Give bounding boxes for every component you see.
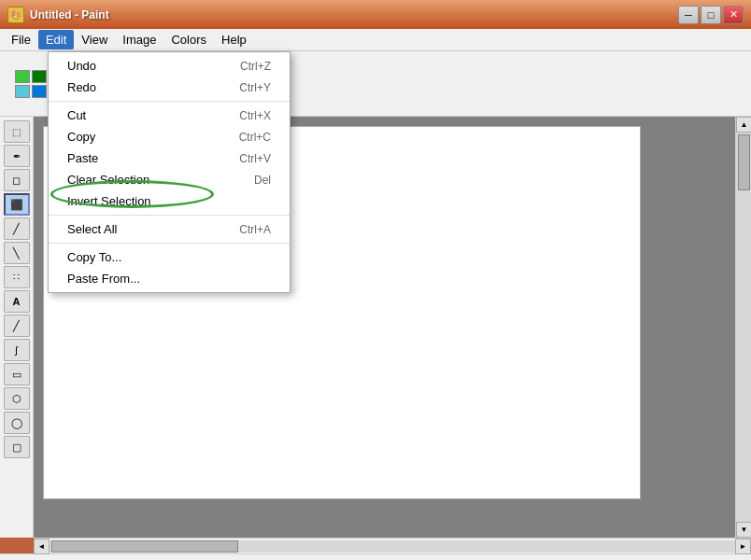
menu-item-invert-selection-label: Invert Selection bbox=[67, 194, 151, 208]
color-swatch[interactable] bbox=[15, 70, 30, 83]
menu-item-select-all[interactable]: Select All Ctrl+A bbox=[49, 218, 290, 240]
menu-item-invert-selection[interactable]: Invert Selection bbox=[49, 190, 290, 212]
menu-item-clear-selection[interactable]: Clear Selection Del bbox=[49, 169, 290, 190]
menu-item-cut-label: Cut bbox=[67, 108, 86, 122]
title-bar: 🎨 Untitled - Paint ─ □ ✕ bbox=[0, 0, 751, 29]
menu-colors[interactable]: Colors bbox=[163, 30, 214, 49]
tool-polygon[interactable]: ⬡ bbox=[4, 387, 30, 410]
status-bar bbox=[0, 553, 751, 560]
scroll-track-h[interactable] bbox=[50, 540, 735, 553]
window-title: Untitled - Paint bbox=[30, 8, 678, 21]
menu-item-cut[interactable]: Cut Ctrl+X bbox=[49, 105, 290, 126]
window-controls: ─ □ ✕ bbox=[678, 6, 744, 24]
menu-item-select-all-label: Select All bbox=[67, 222, 117, 236]
tool-rounded-rect[interactable]: ▢ bbox=[4, 436, 30, 458]
tool-brush[interactable]: ╲ bbox=[4, 242, 30, 264]
horizontal-scrollbar: ◄ ► bbox=[34, 538, 751, 553]
menu-item-undo[interactable]: Undo Ctrl+Z bbox=[49, 55, 290, 77]
minimize-button[interactable]: ─ bbox=[678, 6, 699, 24]
separator-2 bbox=[49, 215, 290, 216]
menu-item-cut-shortcut: Ctrl+X bbox=[239, 109, 271, 122]
menu-item-clear-selection-shortcut: Del bbox=[254, 174, 271, 187]
tool-curve[interactable]: ∫ bbox=[4, 339, 30, 361]
separator-1 bbox=[49, 101, 290, 102]
scroll-down-button[interactable]: ▼ bbox=[736, 522, 751, 538]
menu-item-undo-label: Undo bbox=[67, 59, 96, 73]
app-icon: 🎨 bbox=[7, 7, 24, 23]
menu-item-copy-label: Copy bbox=[67, 130, 95, 144]
menu-item-copy-to[interactable]: Copy To... bbox=[49, 246, 290, 268]
color-swatch[interactable] bbox=[32, 70, 47, 83]
menu-item-paste[interactable]: Paste Ctrl+V bbox=[49, 147, 290, 169]
menu-file[interactable]: File bbox=[4, 30, 38, 49]
tool-select[interactable]: ⬚ bbox=[4, 120, 30, 143]
menu-item-paste-from-label: Paste From... bbox=[67, 272, 140, 286]
menu-item-redo[interactable]: Redo Ctrl+Y bbox=[49, 77, 290, 98]
menu-item-clear-selection-label: Clear Selection bbox=[67, 173, 149, 187]
menu-item-copy-shortcut: Ctrl+C bbox=[239, 131, 271, 144]
menu-item-undo-shortcut: Ctrl+Z bbox=[240, 60, 271, 73]
menu-item-redo-shortcut: Ctrl+Y bbox=[239, 81, 271, 94]
menu-item-paste-shortcut: Ctrl+V bbox=[239, 152, 271, 165]
menu-item-copy[interactable]: Copy Ctrl+C bbox=[49, 126, 290, 147]
tool-rectangle[interactable]: ▭ bbox=[4, 363, 30, 385]
menu-item-paste-label: Paste bbox=[67, 151, 98, 165]
maximize-button[interactable]: □ bbox=[701, 6, 721, 24]
tool-eraser[interactable]: ◻ bbox=[4, 169, 30, 191]
menu-help[interactable]: Help bbox=[214, 30, 254, 49]
scroll-left-button[interactable]: ◄ bbox=[34, 539, 50, 554]
color-swatch[interactable] bbox=[32, 85, 47, 98]
scroll-up-button[interactable]: ▲ bbox=[736, 117, 751, 133]
tool-lasso[interactable]: ✒ bbox=[4, 145, 30, 167]
color-swatch[interactable] bbox=[15, 85, 30, 98]
vertical-scrollbar: ▲ ▼ bbox=[735, 117, 751, 538]
left-toolbar: ⬚ ✒ ◻ ⬛ ╱ ╲ ∷ A ╱ ∫ ▭ ⬡ ◯ ▢ bbox=[0, 117, 34, 538]
close-button[interactable]: ✕ bbox=[723, 6, 744, 24]
menu-view[interactable]: View bbox=[74, 30, 115, 49]
scroll-thumb-h[interactable] bbox=[51, 540, 238, 553]
menu-edit[interactable]: Edit bbox=[38, 30, 74, 49]
edit-dropdown-menu: Undo Ctrl+Z Redo Ctrl+Y Cut Ctrl+X Copy … bbox=[48, 51, 290, 293]
separator-3 bbox=[49, 243, 290, 244]
tool-text[interactable]: A bbox=[4, 290, 30, 313]
tool-ellipse[interactable]: ◯ bbox=[4, 412, 30, 434]
tool-fill[interactable]: ⬛ bbox=[4, 193, 30, 216]
tool-pencil[interactable]: ╱ bbox=[4, 217, 30, 240]
tool-spray[interactable]: ∷ bbox=[4, 266, 30, 288]
menu-item-copy-to-label: Copy To... bbox=[67, 250, 121, 264]
menu-image[interactable]: Image bbox=[115, 30, 163, 49]
menu-item-select-all-shortcut: Ctrl+A bbox=[239, 223, 271, 236]
tool-line[interactable]: ╱ bbox=[4, 315, 30, 337]
menu-item-paste-from[interactable]: Paste From... bbox=[49, 268, 290, 289]
scroll-right-button[interactable]: ► bbox=[735, 539, 751, 554]
menu-item-redo-label: Redo bbox=[67, 80, 96, 94]
scroll-track-v[interactable] bbox=[736, 133, 751, 522]
scroll-thumb-v[interactable] bbox=[738, 134, 750, 190]
menu-bar: File Edit View Image Colors Help bbox=[0, 29, 751, 51]
